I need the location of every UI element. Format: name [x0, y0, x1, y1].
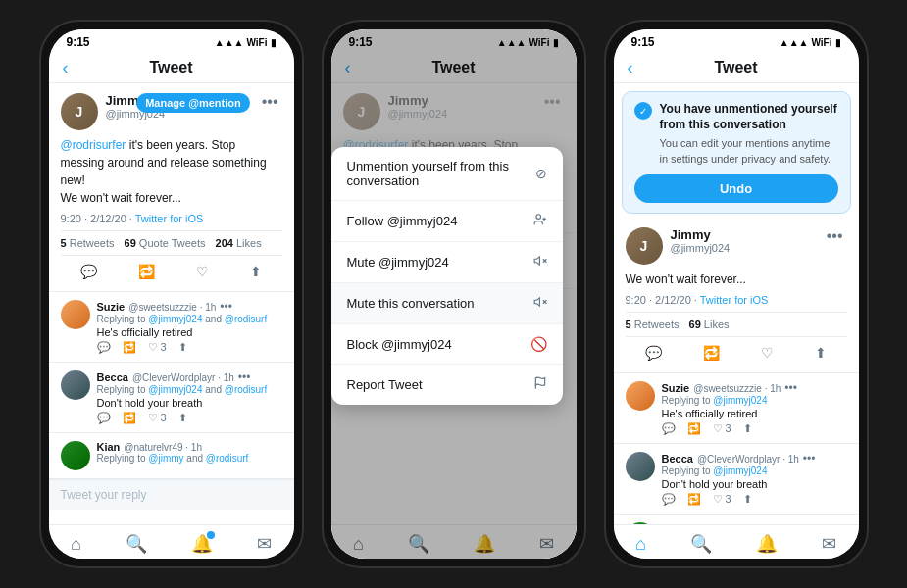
like-action-1[interactable]: ♡: [196, 264, 209, 279]
home-nav-1[interactable]: ⌂: [71, 534, 81, 555]
retweet-icon-suzie-3[interactable]: 🔁: [687, 422, 701, 435]
status-icons-1: ▲▲▲ WiFi ▮: [215, 37, 277, 48]
share-action-3[interactable]: ⬆: [815, 345, 827, 361]
reply-name-kian-1: Kian: [97, 441, 121, 453]
tweet-user-handle-1: @jimmyj024: [106, 108, 129, 120]
status-time-1: 9:15: [67, 35, 90, 49]
tweet-area-1: J Jimmy @jimmyj024 Manage @mention ••• @…: [49, 83, 294, 524]
reply-box-1[interactable]: Tweet your reply: [49, 479, 294, 510]
retweet-action-1[interactable]: 🔁: [138, 264, 155, 279]
avatar-kian-1: [61, 441, 90, 470]
wifi-icon-3: WiFi: [811, 37, 831, 48]
tweet-meta-1: 9:20 · 2/12/20 · Twitter for iOS: [61, 213, 282, 224]
retweet-action-3[interactable]: 🔁: [703, 345, 720, 361]
nav-bar-3: ‹ Tweet: [614, 53, 859, 83]
retweet-icon-suzie[interactable]: 🔁: [123, 341, 136, 354]
share-icon-becca[interactable]: ⬆: [178, 412, 187, 424]
like-icon-suzie[interactable]: ♡ 3: [148, 341, 167, 354]
tweet-user-info-1: Jimmy @jimmyj024: [106, 93, 129, 120]
avatar-becca-1: [61, 370, 90, 400]
reply-header-kian-1: Kian @naturelvr49 · 1h: [97, 441, 282, 453]
phone-3: 9:15 ▲▲▲ WiFi ▮ ‹ Tweet ✓ You have unmen…: [604, 20, 869, 568]
back-button-1[interactable]: ‹: [63, 58, 69, 78]
more-button-3[interactable]: •••: [823, 227, 847, 245]
reply-text-suzie-1: He's officially retired: [97, 326, 282, 338]
dropdown-block[interactable]: Block @jimmyj024 🚫: [331, 324, 563, 365]
bottom-nav-1: ⌂ 🔍 🔔 ✉: [49, 524, 294, 559]
like-icon-suzie-3[interactable]: ♡ 3: [713, 422, 731, 435]
tweet-actions-1: 💬 🔁 ♡ ⬆: [61, 260, 282, 283]
retweet-icon-becca[interactable]: 🔁: [123, 412, 136, 424]
share-icon-suzie[interactable]: ⬆: [178, 341, 187, 354]
tweet-user-name-1: Jimmy: [106, 93, 129, 108]
reply-header-becca-1: Becca @CleverWordplayr · 1h •••: [97, 370, 282, 384]
tweet-area-3: J Jimmy @jimmyj024 ••• We won't wait for…: [614, 218, 859, 524]
block-label: Block @jimmyj024: [347, 337, 530, 352]
reply-icon-becca-3[interactable]: 💬: [662, 493, 676, 506]
notification-dot-1: [207, 531, 215, 539]
reply-icon-suzie[interactable]: 💬: [97, 341, 111, 354]
reply-more-suzie-1[interactable]: •••: [220, 300, 232, 314]
like-icon-becca[interactable]: ♡ 3: [148, 412, 167, 424]
toast-title: You have unmentioned yourself from this …: [660, 102, 838, 132]
reply-handle-becca-1: @CleverWordplayr · 1h: [132, 372, 234, 383]
tweet-user-handle-3: @jimmyj024: [671, 242, 815, 254]
unmention-icon: ⊘: [535, 166, 547, 181]
toast-check-icon: ✓: [634, 102, 652, 120]
dropdown-menu: Unmention yourself from this conversatio…: [331, 147, 563, 405]
dropdown-unmention[interactable]: Unmention yourself from this conversatio…: [331, 147, 563, 201]
status-icons-3: ▲▲▲ WiFi ▮: [780, 37, 841, 48]
share-action-1[interactable]: ⬆: [250, 264, 262, 279]
manage-mention-button-1[interactable]: Manage @mention: [136, 93, 250, 113]
avatar-jimmy-3: J: [626, 227, 663, 265]
tweet-user-name-3: Jimmy: [671, 227, 815, 242]
signal-icon-3: ▲▲▲: [780, 37, 809, 48]
notifications-nav-3[interactable]: 🔔: [756, 533, 778, 555]
reply-becca-1: Becca @CleverWordplayr · 1h ••• Replying…: [49, 363, 294, 433]
notifications-nav-1[interactable]: 🔔: [191, 533, 213, 555]
phone-2: 9:15 ▲▲▲ WiFi ▮ ‹ Tweet J Jimmy @jimmyj0…: [322, 20, 586, 568]
main-tweet-1: J Jimmy @jimmyj024 Manage @mention ••• @…: [49, 83, 294, 292]
reply-icon-becca[interactable]: 💬: [97, 412, 111, 424]
battery-icon: ▮: [271, 37, 277, 48]
mute-user-icon: [533, 254, 547, 270]
bottom-nav-3: ⌂ 🔍 🔔 ✉: [614, 524, 859, 559]
battery-icon-3: ▮: [835, 37, 841, 48]
reply-action-1[interactable]: 💬: [80, 264, 97, 279]
mail-nav-1[interactable]: ✉: [257, 533, 272, 555]
search-nav-1[interactable]: 🔍: [126, 533, 147, 555]
reply-action-3[interactable]: 💬: [645, 345, 662, 361]
status-bar-1: 9:15 ▲▲▲ WiFi ▮: [49, 29, 294, 53]
signal-icon: ▲▲▲: [215, 37, 244, 48]
reply-becca-3: Becca @CleverWordplayr · 1h ••• Replying…: [614, 444, 859, 514]
more-button-1[interactable]: •••: [258, 93, 282, 111]
reply-icon-suzie-3[interactable]: 💬: [662, 422, 676, 435]
mail-nav-3[interactable]: ✉: [822, 533, 836, 555]
mute-user-label: Mute @jimmyj024: [347, 255, 533, 270]
dropdown-mute-user[interactable]: Mute @jimmyj024: [331, 242, 563, 283]
unmention-label: Unmention yourself from this conversatio…: [347, 159, 535, 188]
avatar-suzie-1: [61, 300, 90, 329]
reply-actions-suzie-1: 💬 🔁 ♡ 3 ⬆: [97, 341, 282, 354]
retweet-icon-becca-3[interactable]: 🔁: [687, 493, 701, 506]
dropdown-follow[interactable]: Follow @jimmyj024: [331, 201, 563, 242]
tweet-text-1: @rodrisurfer it's been years. Stop messi…: [61, 136, 282, 207]
dropdown-report[interactable]: Report Tweet: [331, 365, 563, 405]
share-icon-suzie-3[interactable]: ⬆: [743, 422, 752, 435]
like-icon-becca-3[interactable]: ♡ 3: [713, 493, 731, 506]
reply-more-becca-1[interactable]: •••: [238, 370, 251, 384]
reply-header-suzie-1: Suzie @sweetsuzzzie · 1h •••: [97, 300, 282, 314]
dropdown-mute-conversation[interactable]: Mute this conversation: [331, 283, 563, 324]
reply-header-suzie-3: Suzie @sweetsuzzzie · 1h •••: [662, 381, 847, 395]
like-action-3[interactable]: ♡: [761, 345, 774, 361]
reply-suzie-1: Suzie @sweetsuzzzie · 1h ••• Replying to…: [49, 292, 294, 363]
reply-sub-suzie-1: Replying to @jimmyj024 and @rodisurf: [97, 314, 282, 324]
phone-1: 9:15 ▲▲▲ WiFi ▮ ‹ Tweet J Jimmy @jimmyj0…: [39, 20, 304, 568]
back-button-3[interactable]: ‹: [628, 58, 633, 78]
tweet-header-1: J Jimmy @jimmyj024 Manage @mention •••: [61, 93, 282, 130]
share-icon-becca-3[interactable]: ⬆: [743, 493, 752, 506]
home-nav-3[interactable]: ⌂: [635, 534, 646, 555]
undo-button[interactable]: Undo: [634, 174, 838, 203]
reply-name-becca-1: Becca: [97, 371, 128, 383]
search-nav-3[interactable]: 🔍: [690, 533, 712, 555]
